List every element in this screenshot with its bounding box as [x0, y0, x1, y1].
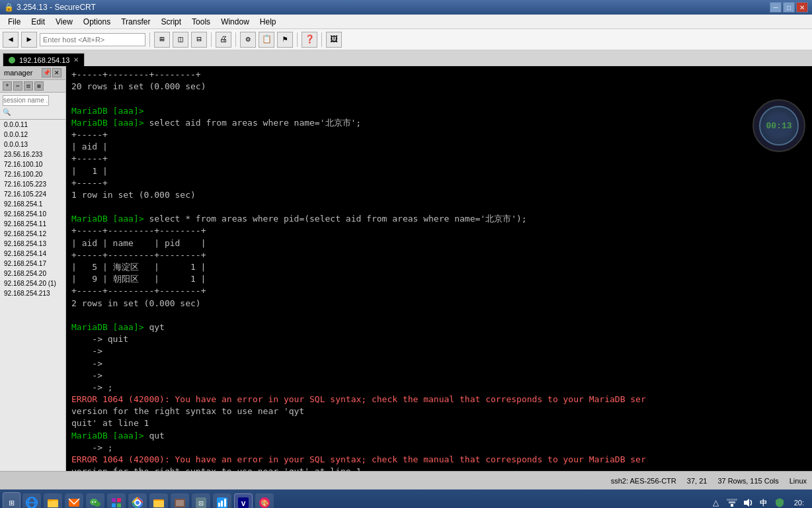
clock-widget: 00:13 — [752, 99, 805, 152]
title-bar-left: 🔒 3.254.13 - SecureCRT — [4, 3, 96, 12]
app-icon: 🔒 — [4, 3, 14, 12]
sidebar-header-icons: 📌 ✕ — [42, 68, 61, 77]
search-icon[interactable]: 🔍 — [3, 109, 11, 116]
app5-taskbar-icon[interactable] — [107, 493, 126, 508]
svg-text:V: V — [241, 500, 246, 508]
tab-session[interactable]: 192.168.254.13 ✕ — [3, 53, 85, 66]
toolbar-new-tab[interactable]: ⊞ — [154, 32, 170, 48]
window-title: 3.254.13 - SecureCRT — [17, 3, 96, 12]
sidebar-session-item[interactable]: 92.168.254.1 — [0, 199, 65, 209]
sidebar-copy-icon[interactable]: ⊡ — [24, 81, 33, 91]
menu-view[interactable]: View — [50, 16, 78, 28]
sidebar-session-item[interactable]: 72.16.105.223 — [0, 179, 65, 189]
sidebar-session-item[interactable]: 92.168.254.10 — [0, 209, 65, 219]
sidebar-title: manager — [4, 69, 32, 77]
tab-close-icon[interactable]: ✕ — [73, 56, 79, 64]
tab-bar: 192.168.254.13 ✕ — [0, 50, 812, 66]
folder-taskbar-icon[interactable] — [44, 493, 62, 508]
sidebar-session-item[interactable]: 72.16.100.10 — [0, 159, 65, 169]
close-button[interactable]: ✕ — [796, 2, 808, 13]
maximize-button[interactable]: □ — [783, 2, 795, 13]
menu-edit[interactable]: Edit — [26, 16, 50, 28]
network-icon[interactable] — [725, 496, 739, 508]
sidebar-session-item[interactable]: 0.0.0.11 — [0, 120, 65, 130]
svg-rect-4 — [48, 501, 58, 507]
menu-window[interactable]: Window — [216, 16, 255, 28]
menu-tools[interactable]: Tools — [186, 16, 216, 28]
cursor-position: 37, 21 — [687, 477, 708, 485]
sidebar-session-item[interactable]: 0.0.0.13 — [0, 140, 65, 149]
foxmail-icon[interactable] — [65, 493, 83, 508]
app7-taskbar-icon[interactable] — [149, 493, 168, 508]
toolbar-image[interactable]: 🖼 — [326, 32, 342, 48]
sidebar-session-item[interactable]: 92.168.254.13 — [0, 239, 65, 249]
sidebar-session-item[interactable]: 23.56.16.233 — [0, 149, 65, 159]
app10-taskbar-icon[interactable] — [213, 493, 231, 508]
os-type: Linux — [790, 477, 807, 485]
toolbar-sep3 — [235, 32, 236, 47]
terminal-window[interactable]: 00:13 +-----+--------+--------+ 20 rows … — [66, 66, 812, 471]
minimize-button[interactable]: ─ — [770, 2, 782, 13]
sidebar-session-item[interactable]: 0.0.0.12 — [0, 130, 65, 140]
sidebar-expand-icon[interactable]: ⊞ — [34, 81, 44, 91]
menu-options[interactable]: Options — [78, 16, 116, 28]
input-method-icon[interactable]: 中 — [757, 496, 770, 508]
app8-taskbar-icon[interactable] — [171, 493, 189, 508]
toolbar-help[interactable]: ❓ — [302, 32, 317, 48]
sidebar-session-item[interactable]: 92.168.254.213 — [0, 288, 65, 298]
toolbar-print[interactable]: 🖨 — [216, 32, 231, 48]
sidebar-session-item[interactable]: 72.16.105.224 — [0, 189, 65, 199]
toolbar-forward[interactable]: ▶ — [21, 32, 37, 48]
sidebar-session-item[interactable]: 92.168.254.12 — [0, 229, 65, 239]
main-layout: manager 📌 ✕ + ✂ ⊡ ⊞ 🔍 0.0.0.110.0.0.120.… — [0, 66, 812, 471]
start-button[interactable]: ⊞ — [3, 492, 20, 508]
session-search-input[interactable] — [3, 95, 49, 106]
toolbar-back[interactable]: ◀ — [3, 32, 19, 48]
toolbar-tile[interactable]: ◫ — [173, 32, 188, 48]
securecrt-taskbar-icon[interactable]: V — [234, 493, 253, 508]
svg-point-10 — [95, 501, 96, 503]
svg-marker-35 — [744, 499, 749, 507]
svg-rect-11 — [112, 498, 116, 502]
taskbar-time: 20: — [794, 498, 804, 507]
svg-rect-32 — [731, 504, 733, 507]
sidebar-search-area: 🔍 — [0, 93, 65, 120]
sidebar-session-item[interactable]: 92.168.254.17 — [0, 259, 65, 269]
sidebar-close-icon[interactable]: ✕ — [52, 68, 61, 77]
menu-file[interactable]: File — [3, 16, 26, 28]
menu-transfer[interactable]: Transfer — [116, 16, 155, 28]
svg-text:⊡: ⊡ — [198, 499, 203, 508]
title-bar-controls: ─ □ ✕ — [770, 2, 808, 13]
menu-help[interactable]: Help — [255, 16, 282, 28]
sidebar-session-item[interactable]: 72.16.100.20 — [0, 169, 65, 179]
svg-rect-5 — [48, 499, 52, 501]
sidebar-session-item[interactable]: 92.168.254.14 — [0, 249, 65, 259]
svg-text:🎨: 🎨 — [261, 499, 269, 507]
ie-icon[interactable] — [22, 493, 41, 508]
host-input[interactable] — [40, 33, 145, 46]
security-icon[interactable] — [773, 496, 786, 508]
toolbar-keymap[interactable]: 📋 — [259, 32, 274, 48]
sidebar-session-item[interactable]: 92.168.254.11 — [0, 219, 65, 229]
status-bar: ssh2: AES-256-CTR 37, 21 37 Rows, 115 Co… — [0, 471, 812, 489]
app9-taskbar-icon[interactable]: ⊡ — [192, 493, 210, 508]
menu-script[interactable]: Script — [155, 16, 186, 28]
app13-taskbar-icon[interactable]: 🎨 — [255, 493, 274, 508]
svg-point-9 — [92, 501, 93, 503]
svg-rect-21 — [176, 500, 184, 506]
sidebar-pin-icon[interactable]: 📌 — [42, 68, 51, 77]
sidebar-session-item[interactable]: 92.168.254.20 (1) — [0, 278, 65, 288]
chrome-taskbar-icon[interactable] — [128, 493, 147, 508]
systray-arrow-icon[interactable]: △ — [710, 496, 723, 508]
toolbar-split[interactable]: ⊟ — [191, 32, 207, 48]
sidebar-session-item[interactable]: 92.168.254.20 — [0, 269, 65, 278]
toolbar-flag[interactable]: ⚑ — [277, 32, 293, 48]
terminal-size: 37 Rows, 115 Cols — [717, 477, 778, 485]
sidebar-add-icon[interactable]: + — [3, 81, 12, 91]
svg-rect-19 — [153, 501, 164, 507]
toolbar-settings[interactable]: ⚙ — [240, 32, 256, 48]
sidebar-cut-icon[interactable]: ✂ — [13, 81, 22, 91]
wechat-taskbar-icon[interactable] — [86, 493, 104, 508]
sound-icon[interactable] — [741, 496, 754, 508]
tab-label: 192.168.254.13 — [19, 56, 69, 64]
